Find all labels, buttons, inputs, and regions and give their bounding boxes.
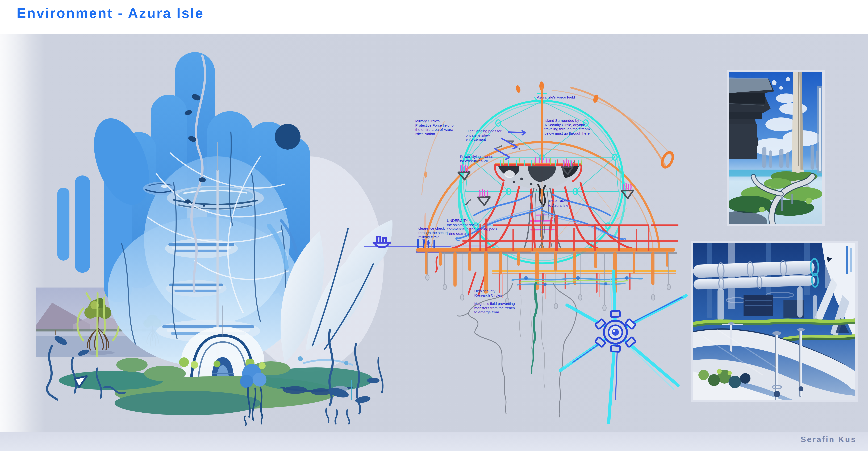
navy-orb (275, 124, 301, 149)
magnetic-field-generator (560, 271, 686, 423)
annotation-clearance-check: clearence check through the security mil… (418, 226, 450, 239)
concept-art-board: Environment - Azura Isle Azura Isle's Fo… (0, 0, 868, 451)
annotation-flight-pads: Flight landing pads for private jets/law… (466, 129, 501, 142)
annotation-force-field: Azura Isle's Force Field (537, 95, 575, 100)
annotation-military-circle: Military Circle's Protective Force field… (415, 119, 455, 136)
orange-dock-pillars (425, 252, 669, 293)
main-concept-art (47, 52, 393, 425)
annotation-flying-islands: Private flying islands for executives/VI… (460, 154, 493, 163)
generator-hub (595, 311, 636, 352)
annotation-travel-stream: Travel stream to Azura Isle (548, 199, 570, 207)
water-research-circles (512, 276, 642, 286)
reference-painting-city (712, 70, 825, 232)
scene-artwork (0, 0, 868, 451)
annotation-security-circle: Island Surrounded by A Security Circle, … (545, 118, 590, 136)
annotation-research-circles: High security Research Circles (474, 289, 502, 298)
structure-diagram (365, 82, 686, 423)
annotation-magnetic-field: Magnetic field preventing monsters from … (474, 302, 515, 314)
annotation-undercity: UNDERCITY the shipment docks commercial … (447, 219, 497, 235)
reference-painting-highways (691, 241, 858, 405)
